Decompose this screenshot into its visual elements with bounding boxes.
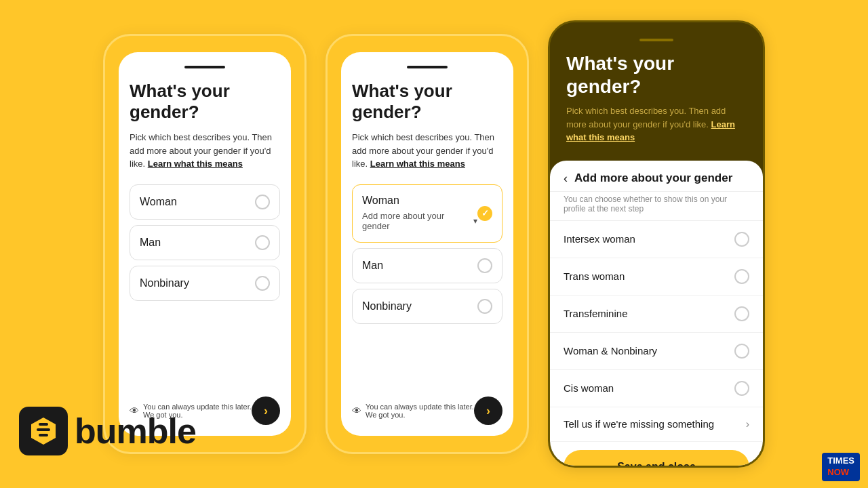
option-intersex-woman[interactable]: Intersex woman <box>550 221 763 258</box>
option-cis-woman[interactable]: Cis woman <box>550 370 763 407</box>
option-man-1[interactable]: Man <box>130 225 280 260</box>
add-more-header: ‹ Add more about your gender <box>550 161 763 192</box>
back-arrow-icon[interactable]: ‹ <box>564 171 568 186</box>
add-more-subtitle: You can choose whether to show this on y… <box>550 192 763 221</box>
svg-rect-3 <box>39 434 48 436</box>
option-woman-2[interactable]: Woman Add more about your gender ▾ <box>352 184 502 243</box>
gender-options-2: Woman Add more about your gender ▾ Man N… <box>352 184 502 380</box>
dark-header: What's your gender? Pick which best desc… <box>550 22 763 155</box>
radio-transfeminine <box>734 306 749 321</box>
option-missing-something[interactable]: Tell us if we're missing something › <box>550 407 763 442</box>
question-title-2: What's your gender? <box>352 81 502 123</box>
radio-cis-woman <box>734 381 749 396</box>
add-more-title: Add more about your gender <box>574 171 732 185</box>
option-nonbinary-1[interactable]: Nonbinary <box>130 266 280 301</box>
radio-man-2 <box>477 258 492 273</box>
option-man-2[interactable]: Man <box>352 248 502 283</box>
radio-man-1 <box>255 235 270 250</box>
top-bar-1 <box>184 66 225 68</box>
option-woman-nonbinary[interactable]: Woman & Nonbinary <box>550 333 763 370</box>
bumble-logo: bumble <box>19 407 196 455</box>
gender-options-1: Woman Man Nonbinary <box>130 184 280 380</box>
radio-intersex-woman <box>734 232 749 247</box>
option-nonbinary-2[interactable]: Nonbinary <box>352 289 502 324</box>
phone-inner-1: What's your gender? Pick which best desc… <box>119 52 291 436</box>
phone-card-3: What's your gender? Pick which best desc… <box>548 20 765 468</box>
times-now-badge: TIMES NOW <box>822 453 860 481</box>
phone-inner-2: What's your gender? Pick which best desc… <box>341 52 513 436</box>
option-trans-woman[interactable]: Trans woman <box>550 258 763 296</box>
chevron-down-icon: ▾ <box>473 216 477 226</box>
question-desc-1: Pick which best describes you. Then add … <box>130 131 280 171</box>
question-title-3: What's your gender? <box>566 52 747 98</box>
radio-trans-woman <box>734 269 749 284</box>
radio-woman-nonbinary <box>734 344 749 359</box>
radio-woman-1 <box>255 195 270 209</box>
phone-card-2: What's your gender? Pick which best desc… <box>326 34 529 454</box>
learn-link-2[interactable]: Learn what this means <box>370 159 465 169</box>
radio-nonbinary-2 <box>477 299 492 314</box>
arrow-right-icon: › <box>746 418 749 430</box>
option-transfeminine[interactable]: Transfeminine <box>550 296 763 333</box>
gender-sub-options: Intersex woman Trans woman Transfeminine… <box>550 221 763 442</box>
save-and-close-button[interactable]: Save and close <box>564 450 749 468</box>
next-button-1[interactable]: › <box>252 396 280 425</box>
dark-panel: ‹ Add more about your gender You can cho… <box>550 161 763 468</box>
bumble-icon <box>19 407 68 455</box>
question-title-1: What's your gender? <box>130 81 280 123</box>
footer-bar-2: 👁 You can always update this later. We g… <box>352 390 502 425</box>
footer-text-2: 👁 You can always update this later. We g… <box>352 403 474 419</box>
radio-woman-2 <box>477 206 492 221</box>
phone-card-1: What's your gender? Pick which best desc… <box>103 34 307 454</box>
svg-rect-1 <box>37 428 50 431</box>
next-button-2[interactable]: › <box>474 396 502 425</box>
question-desc-3: Pick which best describes you. Then add … <box>566 104 747 144</box>
add-more-row[interactable]: Add more about your gender ▾ <box>362 207 477 232</box>
option-woman-1[interactable]: Woman <box>130 184 280 220</box>
radio-nonbinary-1 <box>255 276 270 291</box>
svg-rect-2 <box>39 423 48 426</box>
top-bar-3 <box>639 39 673 41</box>
bumble-text: bumble <box>75 411 196 451</box>
eye-icon-2: 👁 <box>352 405 361 416</box>
question-desc-2: Pick which best describes you. Then add … <box>352 131 502 171</box>
top-bar-2 <box>407 66 448 68</box>
learn-link-1[interactable]: Learn what this means <box>148 159 243 169</box>
